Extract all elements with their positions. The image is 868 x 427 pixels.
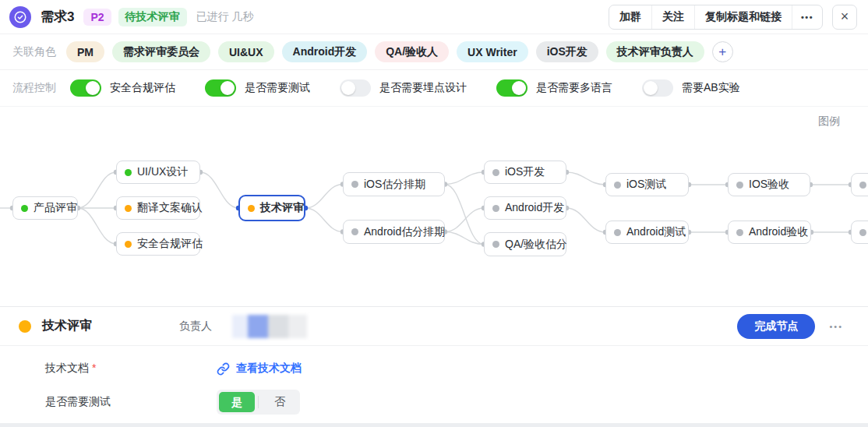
flow-node-label: 翻译文案确认 — [137, 201, 203, 215]
header-actions: 加群关注复制标题和链接••• × — [609, 5, 857, 30]
add-role-button[interactable]: + — [712, 41, 733, 62]
tech-doc-link[interactable]: 查看技术文档 — [217, 362, 302, 376]
segment-option-yes[interactable]: 是 — [219, 392, 255, 412]
flow-toggles: 安全合规评估是否需要测试是否需要埋点设计是否需要多语言需要AB实验 — [70, 79, 770, 97]
flow-node-andest[interactable]: Android估分排期 — [343, 220, 445, 244]
yes-no-segmented-control: 是 否 — [217, 390, 300, 415]
role-tag[interactable]: iOS开发 — [536, 41, 598, 62]
panel-title: 技术评审 — [42, 318, 92, 334]
flow-node-tech[interactable]: 技术评审 — [238, 195, 305, 221]
priority-badge: P2 — [83, 9, 111, 26]
status-dot-icon — [736, 229, 743, 236]
status-dot-icon — [125, 169, 132, 176]
flow-node-andtest[interactable]: Android测试 — [605, 221, 689, 244]
flow-node-edge1[interactable] — [851, 173, 868, 196]
toggle-switch[interactable] — [642, 79, 673, 97]
owner-label: 负责人 — [179, 319, 212, 333]
node-status-dot-icon — [19, 320, 31, 333]
role-tag[interactable]: QA/验收人 — [375, 41, 449, 62]
toggle-switch[interactable] — [205, 79, 236, 97]
flow-node-label: Android验收 — [749, 225, 808, 239]
segment-divider — [258, 396, 259, 408]
complete-node-button[interactable]: 完成节点 — [737, 314, 815, 339]
field-label: 是否需要测试 — [45, 395, 217, 409]
close-button[interactable]: × — [832, 5, 857, 30]
flow-toggle: 是否需要埋点设计 — [340, 79, 467, 97]
status-dot-icon — [351, 181, 358, 188]
window-header: 需求3 P2 待技术评审 已进行 几秒 加群关注复制标题和链接••• × — [0, 0, 868, 34]
status-dot-icon — [492, 241, 499, 248]
flow-node-qaest[interactable]: QA/验收估分 — [484, 232, 566, 256]
flow-node-prod[interactable]: 产品评审 — [12, 196, 78, 220]
toggle-switch[interactable] — [340, 79, 371, 97]
flow-node-iosacc[interactable]: IOS验收 — [728, 173, 810, 196]
flow-node-label: 产品评审 — [34, 201, 77, 215]
role-tag[interactable]: UX Writer — [457, 41, 528, 62]
flow-node-label: 技术评审 — [260, 201, 304, 215]
toggle-label: 是否需要测试 — [245, 81, 310, 95]
flow-node-label: 安全合规评估 — [137, 237, 203, 251]
flow-node-label: Android开发 — [505, 201, 564, 215]
action-button[interactable]: 关注 — [651, 5, 694, 29]
flow-toggle: 是否需要测试 — [205, 79, 310, 97]
action-button[interactable]: 复制标题和链接 — [694, 5, 792, 29]
role-tag[interactable]: 需求评审委员会 — [112, 41, 210, 62]
flow-node-iosest[interactable]: iOS估分排期 — [343, 172, 445, 196]
elapsed-time: 已进行 几秒 — [196, 10, 254, 24]
segment-option-no[interactable]: 否 — [262, 395, 298, 409]
status-dot-icon — [248, 205, 255, 212]
status-dot-icon — [21, 205, 28, 212]
action-button[interactable]: 加群 — [609, 5, 651, 29]
flow-toggle: 需要AB实验 — [642, 79, 740, 97]
related-roles-row: 关联角色 PM需求评审委员会UI&UXAndroid开发QA/验收人UX Wri… — [0, 34, 868, 70]
role-tag[interactable]: 技术评审负责人 — [606, 41, 704, 62]
field-row-tech-doc: 技术文档* 查看技术文档 — [0, 357, 868, 380]
toggle-label: 安全合规评估 — [110, 81, 175, 95]
page-title: 需求3 — [41, 8, 74, 26]
role-tag[interactable]: Android开发 — [282, 41, 368, 62]
panel-header-actions: 完成节点 ••• — [737, 314, 849, 339]
flow-node-iostest[interactable]: iOS测试 — [605, 173, 689, 196]
flow-node-uiux[interactable]: UI/UX设计 — [116, 161, 200, 184]
bottom-strip — [0, 423, 868, 427]
status-dot-icon — [492, 169, 499, 176]
flow-node-trans[interactable]: 翻译文案确认 — [116, 196, 200, 220]
flow-node-anddev[interactable]: Android开发 — [484, 196, 566, 220]
role-tags: PM需求评审委员会UI&UXAndroid开发QA/验收人UX WriteriO… — [66, 41, 704, 62]
panel-header: 技术评审 负责人 完成节点 ••• — [0, 307, 868, 346]
action-button-group: 加群关注复制标题和链接••• — [609, 5, 823, 30]
status-dot-icon — [859, 229, 866, 236]
status-dot-icon — [614, 229, 621, 236]
role-tag[interactable]: UI&UX — [218, 41, 274, 62]
status-dot-icon — [351, 228, 358, 235]
toggle-label: 是否需要埋点设计 — [379, 81, 467, 95]
role-tag[interactable]: PM — [66, 41, 104, 62]
status-badge: 待技术评审 — [118, 8, 187, 26]
flow-node-label: UI/UX设计 — [137, 165, 188, 179]
node-detail-panel: 技术评审 负责人 完成节点 ••• 技术文档* 查看技术文档 是否需要测试 是 … — [0, 306, 868, 427]
flow-node-andacc[interactable]: Android验收 — [728, 221, 811, 244]
toggle-switch[interactable] — [70, 79, 101, 97]
owner-redacted-avatar[interactable] — [232, 315, 307, 338]
flow-node-label: iOS估分排期 — [364, 178, 425, 192]
flow-controls-row: 流程控制 安全合规评估是否需要测试是否需要埋点设计是否需要多语言需要AB实验 — [0, 70, 868, 107]
flow-node-label: QA/验收估分 — [505, 238, 567, 252]
flow-node-label: IOS验收 — [749, 178, 789, 192]
flow-node-label: Android估分排期 — [364, 225, 445, 239]
flow-node-label: iOS开发 — [505, 165, 545, 179]
flow-node-label: iOS测试 — [626, 178, 666, 192]
flow-toggle: 是否需要多语言 — [496, 79, 612, 97]
flow-node-sec[interactable]: 安全合规评估 — [116, 232, 200, 256]
status-dot-icon — [125, 241, 132, 248]
flow-node-edge2[interactable] — [851, 221, 868, 244]
field-label: 技术文档* — [45, 362, 217, 376]
toggle-switch[interactable] — [496, 79, 528, 97]
status-dot-icon — [614, 182, 621, 189]
legend-link[interactable]: 图例 — [818, 115, 840, 129]
flow-toggle: 安全合规评估 — [70, 79, 175, 97]
related-roles-label: 关联角色 — [12, 45, 56, 59]
more-actions-button[interactable]: ••• — [792, 5, 822, 29]
panel-more-button[interactable]: ••• — [829, 322, 843, 331]
status-dot-icon — [492, 205, 499, 212]
flow-node-iosdev[interactable]: iOS开发 — [484, 161, 566, 184]
